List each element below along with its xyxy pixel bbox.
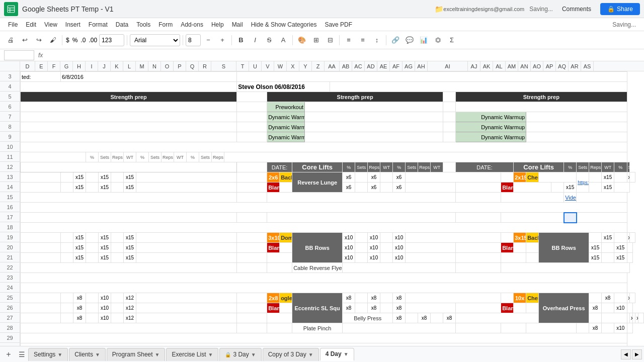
menu-help[interactable]: Help (207, 20, 228, 29)
col-N[interactable]: N (148, 61, 161, 71)
tab-3day[interactable]: 🔒 3 Day ▼ (219, 348, 261, 361)
menu-edit[interactable]: Edit (22, 20, 40, 29)
fill-color-button[interactable]: 🎨 (295, 34, 308, 47)
col-R[interactable]: R (199, 61, 211, 71)
col-AM[interactable]: AM (506, 61, 518, 71)
redo-button[interactable]: ↪ (32, 34, 45, 47)
col-AE[interactable]: AE (377, 61, 390, 71)
col-AK[interactable]: AK (480, 61, 493, 71)
col-AO[interactable]: AO (531, 61, 543, 71)
col-M[interactable]: M (136, 61, 148, 71)
filter-button[interactable]: ⏣ (431, 34, 444, 47)
function-button[interactable]: Σ (445, 34, 458, 47)
paint-format-button[interactable]: 🖌 (46, 34, 59, 47)
tab-settings[interactable]: Settings ▼ (28, 348, 68, 361)
col-F[interactable]: F (48, 61, 60, 71)
tab-copy-3day-dropdown[interactable]: ▼ (308, 352, 313, 357)
tab-clients[interactable]: Clients ▼ (69, 348, 106, 361)
tab-4day-dropdown[interactable]: ▼ (344, 351, 349, 357)
menu-mail[interactable]: Mail (228, 20, 247, 29)
italic-button[interactable]: I (249, 34, 262, 47)
number-format-input[interactable] (99, 34, 124, 46)
menu-file[interactable]: File (4, 20, 22, 29)
font-size-input[interactable] (186, 34, 201, 46)
col-K[interactable]: K (111, 61, 123, 71)
col-AR[interactable]: AR (569, 61, 581, 71)
align-center[interactable]: ≡ (356, 34, 369, 47)
col-W[interactable]: W (274, 61, 287, 71)
menu-insert[interactable]: Insert (61, 20, 85, 29)
col-AA[interactable]: AA (325, 61, 340, 71)
merge-button[interactable]: ⊟ (324, 34, 337, 47)
tab-settings-dropdown[interactable]: ▼ (57, 352, 62, 357)
col-P[interactable]: P (174, 61, 186, 71)
link-button[interactable]: 🔗 (389, 34, 402, 47)
menu-view[interactable]: View (40, 20, 61, 29)
font-family-select[interactable]: Arial (130, 34, 180, 46)
col-Z[interactable]: Z (312, 61, 325, 71)
tab-copy-3day[interactable]: Copy of 3 Day ▼ (263, 348, 319, 361)
tab-3day-dropdown[interactable]: ▼ (251, 352, 256, 357)
col-L[interactable]: L (123, 61, 136, 71)
tab-exercise-list[interactable]: Exercise List ▼ (166, 348, 218, 361)
tab-scroll-left[interactable]: ◀ (621, 349, 631, 359)
vertical-align[interactable]: ↕ (370, 34, 383, 47)
print-button[interactable]: 🖨 (4, 34, 17, 47)
col-D[interactable]: D (20, 61, 35, 71)
comment-button[interactable]: 💬 (403, 34, 416, 47)
link-url-cell[interactable]: https://www.yo...v=gRVjAtPip0Y (577, 172, 589, 193)
col-AS[interactable]: AS (581, 61, 594, 71)
chart-button[interactable]: 📊 (417, 34, 430, 47)
col-AD[interactable]: AD (365, 61, 377, 71)
col-AH[interactable]: AH (415, 61, 428, 71)
col-Q[interactable]: Q (186, 61, 199, 71)
cell-reference-input[interactable] (4, 50, 34, 60)
tab-scroll-right[interactable]: ▶ (632, 349, 642, 359)
bold-button[interactable]: B (234, 34, 248, 47)
tab-4day[interactable]: 4 Day ▼ (320, 348, 354, 361)
col-AI[interactable]: AI (428, 61, 468, 71)
tab-program-sheet[interactable]: Program Sheet ▼ (107, 348, 166, 361)
col-AL[interactable]: AL (493, 61, 506, 71)
col-AJ[interactable]: AJ (468, 61, 480, 71)
col-AQ[interactable]: AQ (556, 61, 569, 71)
formula-input[interactable] (47, 52, 640, 58)
strikethrough-button[interactable]: S (263, 34, 276, 47)
col-AB[interactable]: AB (340, 61, 352, 71)
align-left[interactable]: ≡ (342, 34, 355, 47)
menu-hide-show[interactable]: Hide & Show Categories (247, 20, 321, 29)
video-link-cell[interactable]: Video (564, 193, 577, 203)
comments-button[interactable]: Comments (558, 4, 595, 15)
col-V[interactable]: V (262, 61, 274, 71)
menu-form[interactable]: Form (154, 20, 177, 29)
undo-button[interactable]: ↩ (18, 34, 31, 47)
tab-exercise-dropdown[interactable]: ▼ (208, 352, 213, 357)
col-S[interactable]: S (211, 61, 236, 71)
col-Y[interactable]: Y (299, 61, 312, 71)
borders-button[interactable]: ⊞ (309, 34, 323, 47)
font-size-decrease[interactable]: − (202, 34, 215, 47)
tab-clients-dropdown[interactable]: ▼ (95, 352, 100, 357)
col-AG[interactable]: AG (403, 61, 415, 71)
font-color-button[interactable]: A (277, 34, 290, 47)
menu-data[interactable]: Data (112, 20, 132, 29)
col-AN[interactable]: AN (518, 61, 531, 71)
selected-cell-ai17[interactable] (564, 213, 577, 223)
col-J[interactable]: J (98, 61, 111, 71)
col-H[interactable]: H (73, 61, 86, 71)
col-U[interactable]: U (249, 61, 262, 71)
col-AC[interactable]: AC (352, 61, 365, 71)
share-button[interactable]: 🔒 Share (600, 3, 640, 15)
tab-program-dropdown[interactable]: ▼ (155, 352, 160, 357)
col-O[interactable]: O (161, 61, 174, 71)
menu-save-pdf[interactable]: Save PDF (320, 20, 356, 29)
add-sheet-button[interactable]: + (2, 348, 15, 361)
sheets-menu-button[interactable]: ☰ (15, 348, 28, 361)
col-X[interactable]: X (287, 61, 299, 71)
col-T[interactable]: T (236, 61, 249, 71)
font-size-increase[interactable]: + (216, 34, 229, 47)
col-AF[interactable]: AF (390, 61, 403, 71)
menu-tools[interactable]: Tools (132, 20, 154, 29)
menu-addons[interactable]: Add-ons (177, 20, 207, 29)
col-E[interactable]: E (35, 61, 48, 71)
